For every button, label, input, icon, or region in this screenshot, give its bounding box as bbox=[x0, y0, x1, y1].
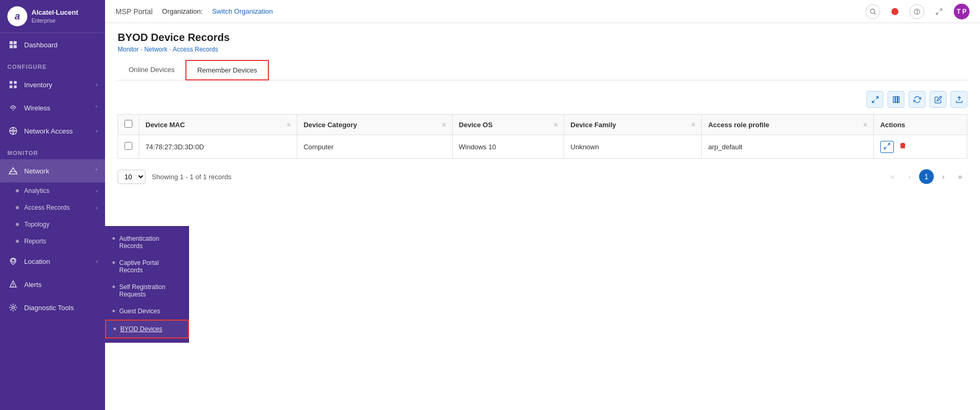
location-icon bbox=[7, 255, 19, 267]
row-checkbox[interactable] bbox=[124, 142, 132, 150]
svg-line-26 bbox=[888, 144, 890, 146]
breadcrumb: Monitor - Network - Access Records bbox=[118, 46, 967, 53]
network-icon bbox=[7, 165, 19, 177]
breadcrumb-monitor[interactable]: Monitor bbox=[118, 46, 139, 53]
svg-line-16 bbox=[874, 13, 876, 14]
col-mac-menu[interactable]: ≡ bbox=[287, 121, 290, 128]
row-checkbox-cell bbox=[118, 135, 139, 159]
sidebar-sub-access-records[interactable]: Access Records › bbox=[0, 199, 105, 216]
export-btn[interactable] bbox=[951, 91, 967, 108]
page-content: BYOD Device Records Monitor - Network - … bbox=[105, 23, 980, 410]
analytics-chevron: › bbox=[96, 188, 98, 194]
svg-point-19 bbox=[916, 13, 917, 13]
wireless-icon bbox=[7, 102, 19, 114]
switch-org-link[interactable]: Switch Organization bbox=[212, 7, 273, 15]
logo-icon: a bbox=[7, 6, 27, 26]
sidebar-item-alerts[interactable]: Alerts bbox=[0, 273, 105, 296]
svg-rect-7 bbox=[14, 86, 17, 88]
select-all-checkbox[interactable] bbox=[124, 120, 132, 128]
columns-btn[interactable] bbox=[888, 91, 904, 108]
svg-rect-1 bbox=[14, 41, 17, 44]
svg-rect-2 bbox=[9, 45, 13, 48]
flyout-item-guest-devices[interactable]: Guest Devices bbox=[105, 303, 189, 320]
access-records-chevron: › bbox=[96, 205, 98, 211]
edit-btn[interactable] bbox=[930, 91, 946, 108]
svg-rect-0 bbox=[9, 41, 13, 44]
tab-online-devices[interactable]: Online Devices bbox=[118, 60, 185, 80]
svg-point-8 bbox=[13, 109, 14, 110]
wireless-chevron: ˅ bbox=[95, 105, 98, 111]
expand-icon-btn[interactable] bbox=[932, 4, 946, 19]
page-size-select[interactable]: 10 25 50 bbox=[118, 170, 145, 184]
sidebar-sub-analytics[interactable]: Analytics › bbox=[0, 182, 105, 199]
sidebar-logo: a Alcatel·Lucent Enterprise bbox=[0, 0, 105, 33]
msp-header: MSP Portal Organization: Switch Organiza… bbox=[105, 0, 980, 23]
first-page-btn[interactable]: « bbox=[885, 169, 900, 184]
flyout-item-auth-records[interactable]: Authentication Records bbox=[105, 230, 189, 254]
self-reg-dot bbox=[112, 285, 115, 288]
svg-rect-5 bbox=[14, 81, 17, 84]
auth-records-dot bbox=[112, 237, 115, 240]
flyout-item-captive-portal[interactable]: Captive Portal Records bbox=[105, 254, 189, 279]
select-all-header bbox=[118, 115, 139, 135]
pagination-controls: « ‹ 1 › » bbox=[885, 169, 967, 184]
col-device-os: Device OS ≡ bbox=[452, 115, 564, 135]
next-page-btn[interactable]: › bbox=[936, 169, 951, 184]
col-os-menu[interactable]: ≡ bbox=[554, 121, 557, 128]
prev-page-btn[interactable]: ‹ bbox=[902, 169, 917, 184]
breadcrumb-access-records[interactable]: Access Records bbox=[173, 46, 218, 53]
sidebar-item-diagnostic-tools[interactable]: Diagnostic Tools bbox=[0, 296, 105, 319]
sidebar-section-configure: CONFIGURE bbox=[0, 56, 105, 73]
notification-icon-btn[interactable] bbox=[888, 4, 902, 19]
search-icon-btn[interactable] bbox=[866, 4, 880, 19]
sidebar-item-network-access[interactable]: Network Access › bbox=[0, 119, 105, 142]
sidebar-sub-topology[interactable]: Topology bbox=[0, 216, 105, 233]
page-1-btn[interactable]: 1 bbox=[919, 169, 934, 184]
sidebar-item-network[interactable]: Network ˄ bbox=[0, 159, 105, 182]
last-page-btn[interactable]: » bbox=[953, 169, 967, 184]
expand-columns-btn[interactable] bbox=[867, 91, 883, 108]
col-category-menu[interactable]: ≡ bbox=[442, 121, 446, 128]
sidebar-item-dashboard[interactable]: Dashboard bbox=[0, 33, 105, 56]
flyout-item-byod-devices[interactable]: BYOD Devices bbox=[105, 320, 189, 339]
col-family-menu[interactable]: ≡ bbox=[691, 121, 695, 128]
sidebar: a Alcatel·Lucent Enterprise Dashboard CO… bbox=[0, 0, 105, 410]
flyout-item-self-reg[interactable]: Self Registration Requests bbox=[105, 279, 189, 303]
msp-portal-label[interactable]: MSP Portal bbox=[116, 7, 153, 16]
cell-device-family: Unknown bbox=[564, 135, 702, 159]
svg-point-13 bbox=[13, 286, 14, 286]
tab-remember-devices[interactable]: Remember Devices bbox=[185, 60, 268, 80]
data-table: Device MAC ≡ Device Category ≡ Device OS… bbox=[118, 114, 967, 159]
sidebar-sub-reports[interactable]: Reports bbox=[0, 233, 105, 250]
network-access-chevron: › bbox=[96, 128, 98, 134]
analytics-dot bbox=[16, 189, 19, 192]
svg-line-27 bbox=[884, 147, 887, 149]
pagination-row: 10 25 50 Showing 1 - 1 of 1 records « ‹ … bbox=[118, 165, 967, 188]
svg-rect-6 bbox=[9, 86, 12, 88]
col-role-menu[interactable]: ≡ bbox=[863, 121, 867, 128]
help-icon-btn[interactable] bbox=[910, 4, 924, 19]
sidebar-item-inventory[interactable]: Inventory › bbox=[0, 73, 105, 96]
col-actions: Actions bbox=[873, 115, 967, 135]
breadcrumb-network[interactable]: Network bbox=[144, 46, 168, 53]
location-chevron: › bbox=[96, 259, 98, 264]
expand-row-btn[interactable] bbox=[880, 141, 894, 153]
sidebar-item-wireless[interactable]: Wireless ˅ bbox=[0, 96, 105, 119]
diagnostic-tools-icon bbox=[7, 302, 19, 313]
refresh-btn[interactable] bbox=[909, 91, 925, 108]
alerts-icon bbox=[7, 279, 19, 290]
cell-device-category: Computer bbox=[297, 135, 452, 159]
delete-row-btn[interactable] bbox=[896, 140, 910, 153]
svg-rect-3 bbox=[14, 45, 17, 48]
svg-point-15 bbox=[870, 9, 874, 13]
org-label: Organization: bbox=[162, 7, 203, 15]
svg-line-21 bbox=[936, 12, 939, 14]
tabs: Online Devices Remember Devices bbox=[118, 59, 967, 80]
user-avatar[interactable]: T P bbox=[954, 4, 969, 19]
svg-rect-22 bbox=[893, 96, 894, 102]
captive-portal-dot bbox=[112, 261, 115, 264]
sidebar-section-monitor: MONITOR bbox=[0, 142, 105, 159]
sidebar-item-location[interactable]: Location › bbox=[0, 250, 105, 273]
main-wrapper: MSP Portal Organization: Switch Organiza… bbox=[105, 0, 980, 410]
svg-point-17 bbox=[891, 8, 898, 15]
